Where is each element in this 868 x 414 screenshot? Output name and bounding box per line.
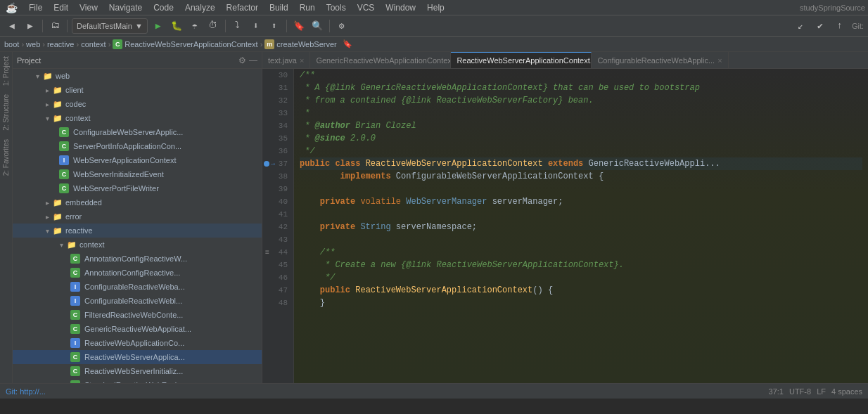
tree-webserverportfilewriter[interactable]: C WebServerPortFileWriter bbox=[13, 181, 262, 195]
menu-navigate[interactable]: Navigate bbox=[106, 0, 145, 15]
tree-embedded[interactable]: ▸ 📁 embedded bbox=[13, 195, 262, 209]
tab-close-icon[interactable]: × bbox=[717, 56, 722, 65]
code-line-33: * bbox=[300, 107, 862, 119]
menu-vcs[interactable]: VCS bbox=[355, 0, 378, 15]
forward-button[interactable]: ▶ bbox=[23, 18, 38, 34]
tree-label: ConfigurableWebServerApplic... bbox=[73, 128, 183, 136]
find-button[interactable]: 🔍 bbox=[309, 18, 325, 34]
breadcrumb-context[interactable]: context bbox=[81, 40, 106, 48]
vcs-update-button[interactable]: ↙ bbox=[793, 18, 808, 34]
tab-configurable-reactive[interactable]: ConfigurableReactiveWebApplic... × bbox=[592, 52, 728, 68]
line-num-46: 46 bbox=[262, 271, 293, 284]
code-line-42: private String serverNamespace; bbox=[300, 221, 862, 233]
breadcrumb-sep-3: › bbox=[76, 40, 79, 48]
tab-label: ConfigurableReactiveWebApplic... bbox=[597, 56, 715, 65]
code-line-45: * Create a new {@link ReactiveWebServerA… bbox=[300, 259, 862, 271]
breadcrumb-reactive[interactable]: reactive bbox=[47, 40, 75, 48]
tree-codec[interactable]: ▸ 📁 codec bbox=[13, 97, 262, 111]
settings-button[interactable]: ⚙ bbox=[334, 18, 350, 34]
menu-analyze[interactable]: Analyze bbox=[182, 0, 218, 15]
menu-tools[interactable]: Tools bbox=[324, 0, 349, 15]
tree-serverportinfo[interactable]: C ServerPortInfoApplicationCon... bbox=[13, 139, 262, 153]
tree-web[interactable]: ▾ 📁 web bbox=[13, 69, 262, 83]
main-layout: 1: Project 2: Structure 2: Favorites Pro… bbox=[0, 52, 868, 383]
tree-context-1[interactable]: ▾ 📁 context bbox=[13, 111, 262, 125]
panel-minimize-icon[interactable]: — bbox=[249, 56, 257, 65]
panel-settings-icon[interactable]: ⚙ bbox=[238, 56, 246, 65]
vcs-commit-button[interactable]: ✔ bbox=[812, 18, 828, 34]
side-label-project[interactable]: 1: Project bbox=[1, 52, 11, 90]
tree-configurablereactivewebl[interactable]: I ConfigurableReactiveWebl... bbox=[13, 294, 262, 308]
class-c-icon: C bbox=[70, 366, 80, 376]
tree-filteredreactivewebconte[interactable]: C FilteredReactiveWebConte... bbox=[13, 308, 262, 322]
tree-webserverapplicationcontext[interactable]: I WebServerApplicationContext bbox=[13, 153, 262, 167]
breadcrumb-class[interactable]: C ReactiveWebServerApplicationContext bbox=[113, 39, 257, 49]
tab-text-java[interactable]: text.java × bbox=[262, 52, 310, 68]
tree-context-2[interactable]: ▾ 📁 context bbox=[13, 238, 262, 252]
menu-help[interactable]: Help bbox=[424, 0, 447, 15]
tree-webserverinitializedevent[interactable]: C WebServerInitializedEvent bbox=[13, 167, 262, 181]
breadcrumb-method[interactable]: m createWebServer bbox=[264, 39, 336, 49]
menu-build[interactable]: Build bbox=[267, 0, 291, 15]
menu-refactor[interactable]: Refactor bbox=[224, 0, 261, 15]
tree-error[interactable]: ▸ 📁 error bbox=[13, 209, 262, 224]
tab-close-icon[interactable]: × bbox=[300, 56, 304, 65]
class-c-icon: C bbox=[59, 169, 69, 179]
side-label-favorites[interactable]: 2: Favorites bbox=[1, 135, 11, 180]
tree-reactivewebserverapplica[interactable]: C ReactiveWebServerApplica... bbox=[13, 350, 262, 364]
menu-edit[interactable]: Edit bbox=[51, 0, 71, 15]
run-button[interactable]: ▶ bbox=[151, 18, 166, 34]
side-label-structure[interactable]: 2: Structure bbox=[1, 90, 11, 135]
profile-button[interactable]: ⏱ bbox=[205, 18, 221, 34]
menu-bar: ☕ File Edit View Navigate Code Analyze R… bbox=[0, 0, 868, 15]
tree-annotationconfigreactivew[interactable]: C AnnotationConfigReactiveW... bbox=[13, 252, 262, 266]
tree-label: FilteredReactiveWebConte... bbox=[84, 311, 183, 319]
tree-genericreactivewebapplicat[interactable]: C GenericReactiveWebApplicat... bbox=[13, 322, 262, 336]
tree-label: AnnotationConfigReactive... bbox=[84, 269, 180, 277]
vcs-push-button[interactable]: ↑ bbox=[832, 18, 848, 34]
tree-configurablewebserver[interactable]: C ConfigurableWebServerApplic... bbox=[13, 125, 262, 139]
step-over-button[interactable]: ⤵ bbox=[230, 18, 245, 34]
tree-reactivewebapplicationco[interactable]: I ReactiveWebApplicationCo... bbox=[13, 336, 262, 350]
tab-reactive-webserver[interactable]: ReactiveWebServerApplicationContext.java… bbox=[451, 52, 592, 68]
code-editor[interactable]: /** * A {@link GenericReactiveWebApplica… bbox=[294, 69, 868, 383]
step-out-button[interactable]: ⬆ bbox=[267, 18, 282, 34]
class-c-icon: C bbox=[70, 310, 80, 320]
step-into-button[interactable]: ⬇ bbox=[248, 18, 264, 34]
class-c-icon: C bbox=[70, 352, 80, 362]
class-i-icon: I bbox=[70, 296, 80, 306]
code-container[interactable]: 30 31 32 33 34 35 36 → 37 38 39 40 41 42… bbox=[262, 69, 868, 383]
run-config-selector[interactable]: DefaultTestMain ▼ bbox=[72, 18, 148, 34]
tree-configurablereactiveweba[interactable]: I ConfigurableReactiveWeba... bbox=[13, 280, 262, 294]
tree-label: WebServerInitializedEvent bbox=[73, 170, 164, 179]
menu-code[interactable]: Code bbox=[151, 0, 177, 15]
tree-label: ServerPortInfoApplicationCon... bbox=[73, 142, 181, 150]
tab-generic-reactive[interactable]: GenericReactiveWebApplicationContext.jav… bbox=[310, 52, 451, 68]
class-c-icon: C bbox=[70, 380, 80, 383]
class-i-icon: I bbox=[59, 155, 69, 165]
menu-file[interactable]: File bbox=[26, 0, 45, 15]
project-button[interactable]: 🗂 bbox=[47, 18, 63, 34]
tree-client[interactable]: ▸ 📁 client bbox=[13, 83, 262, 97]
tab-label: ReactiveWebServerApplicationContext.java bbox=[457, 56, 592, 65]
menu-view[interactable]: View bbox=[77, 0, 101, 15]
status-right: 37:1 UTF-8 LF 4 spaces bbox=[769, 387, 862, 396]
line-num-47: 47 bbox=[262, 284, 293, 297]
breadcrumb-web[interactable]: web bbox=[26, 40, 40, 48]
menu-window[interactable]: Window bbox=[383, 0, 419, 15]
tree-reactive[interactable]: ▾ 📁 reactive bbox=[13, 224, 262, 238]
breadcrumb-boot[interactable]: boot bbox=[4, 40, 19, 48]
class-i-icon: I bbox=[70, 282, 80, 292]
tree-reactivewebserverinitializ[interactable]: C ReactiveWebServerInitializ... bbox=[13, 364, 262, 378]
app-icon: ☕ bbox=[3, 0, 20, 15]
tabs-bar: text.java × GenericReactiveWebApplicatio… bbox=[262, 52, 868, 69]
menu-run[interactable]: Run bbox=[297, 0, 318, 15]
code-line-36: */ bbox=[300, 145, 862, 157]
coverage-button[interactable]: ☂ bbox=[187, 18, 203, 34]
tree-annotationconfigreactive[interactable]: C AnnotationConfigReactive... bbox=[13, 266, 262, 280]
bookmark-button[interactable]: 🔖 bbox=[291, 18, 307, 34]
back-button[interactable]: ◀ bbox=[4, 18, 20, 34]
tree-standardreactivewebenvi[interactable]: C StandardReactiveWebEnvi... bbox=[13, 378, 262, 383]
line-num-36: 36 bbox=[262, 145, 293, 157]
debug-button[interactable]: 🐛 bbox=[169, 18, 184, 34]
